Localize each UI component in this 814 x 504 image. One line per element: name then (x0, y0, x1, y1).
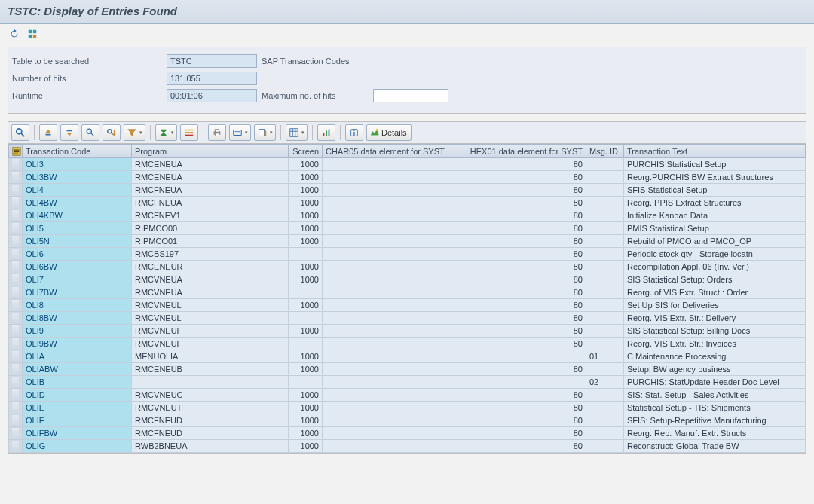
cell-tcode[interactable]: OLIG (23, 440, 132, 453)
cell-tcode[interactable]: OLIB (23, 376, 132, 389)
find-next-button[interactable] (103, 124, 121, 141)
cell-tcode[interactable]: OLI4KBW (23, 209, 132, 222)
subtotal-button[interactable] (180, 124, 198, 141)
cell-tcode[interactable]: OLIABW (23, 363, 132, 376)
cell-tcode[interactable]: OLI9BW (23, 338, 132, 350)
cell-tcode[interactable]: OLI6BW (23, 261, 132, 273)
table-row[interactable]: OLI7RMCVNEUA100080SIS Statistical Setup:… (9, 273, 806, 286)
cell-tcode[interactable]: OLI3BW (23, 171, 132, 184)
col-char05[interactable]: CHAR05 data element for SYST (323, 145, 454, 158)
details-button[interactable]: Details (366, 124, 412, 141)
cell-tcode[interactable]: OLIE (23, 402, 132, 414)
row-selector[interactable] (9, 235, 23, 248)
row-selector[interactable] (9, 350, 23, 363)
row-selector[interactable] (9, 325, 23, 338)
chart-button[interactable] (317, 124, 335, 141)
table-value: TSTC (167, 54, 257, 68)
table-row[interactable]: OLI6RMCBS19780Periodic stock qty - Stora… (9, 248, 806, 261)
col-msgid[interactable]: Msg. ID (586, 145, 624, 158)
entries-icon[interactable] (26, 27, 39, 41)
table-row[interactable]: OLI4KBWRMCFNEV1100080Initialize Kanban D… (9, 209, 806, 222)
table-row[interactable]: OLI4RMCFNEUA100080SFIS Statistical Setup (9, 184, 806, 197)
sort-desc-button[interactable] (60, 124, 78, 141)
cell-hex01: 80 (454, 171, 586, 184)
table-row[interactable]: OLIDRMCVNEUC100080SIS: Stat. Setup - Sal… (9, 389, 806, 402)
table-row[interactable]: OLIGRWB2BNEUA100080Reconstruct: Global T… (9, 440, 806, 453)
table-row[interactable]: OLI9BWRMCVNEUF80Reorg. VIS Extr. Str.: I… (9, 338, 806, 350)
table-row[interactable]: OLI3RMCENEUA100080PURCHIS Statistical Se… (9, 158, 806, 171)
cell-tcode[interactable]: OLI7BW (23, 286, 132, 299)
row-selector[interactable] (9, 389, 23, 402)
refresh-icon[interactable] (8, 27, 21, 41)
cell-screen: 1000 (289, 427, 323, 440)
export-button[interactable]: ▾ (254, 124, 276, 141)
view-button[interactable]: ▾ (229, 124, 251, 141)
table-row[interactable]: OLIERMCVNEUT100080Statistical Setup - TI… (9, 402, 806, 414)
detail-view-button[interactable] (11, 124, 29, 141)
cell-tcode[interactable]: OLI5N (23, 235, 132, 248)
cell-tcode[interactable]: OLI4 (23, 184, 132, 197)
table-row[interactable]: OLIAMENUOLIA100001C Maintenance Processi… (9, 350, 806, 363)
cell-tcode[interactable]: OLI6 (23, 248, 132, 261)
info-button[interactable]: i (345, 124, 363, 141)
print-button[interactable] (208, 124, 226, 141)
table-row[interactable]: OLI7BWRMCVNEUA80Reorg. of VIS Extr. Stru… (9, 286, 806, 299)
row-selector[interactable] (9, 261, 23, 273)
cell-tcode[interactable]: OLI7 (23, 273, 132, 286)
row-selector[interactable] (9, 273, 23, 286)
row-selector[interactable] (9, 299, 23, 312)
cell-tcode[interactable]: OLID (23, 389, 132, 402)
row-selector[interactable] (9, 171, 23, 184)
cell-program: RMCENEUA (132, 158, 289, 171)
layout-button[interactable]: ▾ (286, 124, 308, 141)
table-row[interactable]: OLI5RIPMCO00100080PMIS Statistical Setup (9, 222, 806, 235)
maxhits-input[interactable] (373, 89, 448, 102)
cell-tcode[interactable]: OLI8 (23, 299, 132, 312)
row-selector[interactable] (9, 440, 23, 453)
row-selector[interactable] (9, 286, 23, 299)
cell-tcode[interactable]: OLI9 (23, 325, 132, 338)
cell-tcode[interactable]: OLIF (23, 414, 132, 427)
select-all-header[interactable] (9, 145, 23, 158)
row-selector[interactable] (9, 184, 23, 197)
row-selector[interactable] (9, 222, 23, 235)
col-tcode[interactable]: Transaction Code (23, 145, 132, 158)
sum-button[interactable]: ▾ (155, 124, 177, 141)
cell-tcode[interactable]: OLIA (23, 350, 132, 363)
table-row[interactable]: OLI8BWRMCVNEUL80Reorg. VIS Extr. Str.: D… (9, 312, 806, 325)
row-selector[interactable] (9, 376, 23, 389)
sort-asc-button[interactable] (39, 124, 57, 141)
table-row[interactable]: OLI9RMCVNEUF100080SIS Statistical Setup:… (9, 325, 806, 338)
col-program[interactable]: Program (132, 145, 289, 158)
col-ttext[interactable]: Transaction Text (624, 145, 806, 158)
cell-tcode[interactable]: OLI3 (23, 158, 132, 171)
table-row[interactable]: OLI6BWRMCENEUR100080Recompilation Appl. … (9, 261, 806, 273)
cell-tcode[interactable]: OLI8BW (23, 312, 132, 325)
cell-tcode[interactable]: OLIFBW (23, 427, 132, 440)
row-selector[interactable] (9, 338, 23, 350)
row-selector[interactable] (9, 197, 23, 209)
table-row[interactable]: OLI8RMCVNEUL100080Set Up SIS for Deliver… (9, 299, 806, 312)
cell-tcode[interactable]: OLI5 (23, 222, 132, 235)
title-bar: TSTC: Display of Entries Found (0, 0, 814, 24)
row-selector[interactable] (9, 402, 23, 414)
row-selector[interactable] (9, 209, 23, 222)
table-row[interactable]: OLIB02PURCHIS: StatUpdate Header Doc Lev… (9, 376, 806, 389)
row-selector[interactable] (9, 414, 23, 427)
find-button[interactable] (81, 124, 99, 141)
table-row[interactable]: OLI3BWRMCENEUA100080Reorg.PURCHIS BW Ext… (9, 171, 806, 184)
col-screen[interactable]: Screen (289, 145, 323, 158)
row-selector[interactable] (9, 158, 23, 171)
table-row[interactable]: OLIABWRMCENEUB100080Setup: BW agency bus… (9, 363, 806, 376)
table-row[interactable]: OLI5NRIPMCO01100080Rebuild of PMCO and P… (9, 235, 806, 248)
table-row[interactable]: OLIFRMCFNEUD100080SFIS: Setup-Repetitive… (9, 414, 806, 427)
row-selector[interactable] (9, 248, 23, 261)
col-hex01[interactable]: HEX01 data element for SYST (454, 145, 586, 158)
table-row[interactable]: OLIFBWRMCFNEUD100080Reorg. Rep. Manuf. E… (9, 427, 806, 440)
row-selector[interactable] (9, 312, 23, 325)
row-selector[interactable] (9, 427, 23, 440)
table-row[interactable]: OLI4BWRMCFNEUA100080Reorg. PPIS Extract … (9, 197, 806, 209)
cell-tcode[interactable]: OLI4BW (23, 197, 132, 209)
filter-button[interactable]: ▾ (124, 124, 145, 141)
row-selector[interactable] (9, 363, 23, 376)
